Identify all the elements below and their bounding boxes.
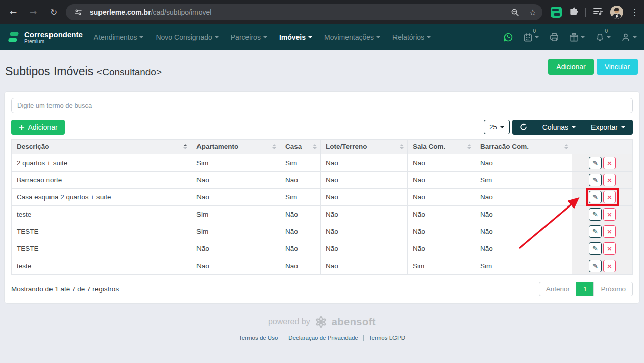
address-bar[interactable]: superleme.com.br/cad/subtipo/imovel ☆ [66,4,542,20]
delete-button[interactable]: × [603,225,616,238]
chevron-down-icon [500,126,504,128]
delete-button[interactable]: × [603,208,616,221]
chevron-down-icon [308,36,312,38]
edit-button[interactable]: ✎ [589,157,602,169]
menu-movimentacoes[interactable]: Movimentações [324,33,380,41]
app-navbar: Correspondente Premium Atendimentos Novo… [0,24,644,50]
table-cell: Sim [191,154,280,171]
whatsapp-icon[interactable] [503,32,513,42]
column-header-descricao[interactable]: Descrição [12,139,191,154]
pagination-page-1-button[interactable]: 1 [576,282,595,296]
chevron-down-icon [263,36,267,38]
edit-button[interactable]: ✎ [589,260,602,272]
browser-back-button[interactable]: ← [5,4,21,20]
navbar-icons: 0 0 [503,32,637,42]
delete-button[interactable]: × [603,260,616,272]
menu-imoveis[interactable]: Imóveis [279,33,312,41]
link-termos-lgpd[interactable]: Termos LGPD [369,335,405,341]
gift-icon[interactable] [569,33,585,42]
chevron-down-icon [215,36,219,38]
column-label: Casa [285,143,302,150]
printer-icon[interactable] [549,32,559,42]
footer-divider [283,335,283,341]
column-header-casa[interactable]: Casa [280,139,321,154]
table-cell: Não [408,223,475,240]
column-header-apartamento[interactable]: Apartamento [191,139,280,154]
column-header-sala-com[interactable]: Sala Com. [408,139,475,154]
pagination-next-button[interactable]: Próximo [593,282,633,296]
pagination-previous-button[interactable]: Anterior [539,282,577,296]
menu-atendimentos[interactable]: Atendimentos [94,33,144,41]
actions-cell: ✎× [572,223,633,240]
brand-subtitle: Premium [24,39,83,44]
column-header-lote-terreno[interactable]: Lote/Terreno [321,139,408,154]
link-termos-de-uso[interactable]: Termos de Uso [239,335,278,341]
table-row: testeSimNãoNãoNãoNão✎× [12,205,633,223]
table-cell: Não [321,205,408,223]
brand-name: Correspondente [24,31,83,38]
table-cell: Não [408,188,475,205]
notifications-badge: 0 [605,28,608,34]
table-cell: teste [12,257,191,274]
adicionar-button[interactable]: Adicionar [548,59,593,75]
export-dropdown[interactable]: Exportar [583,120,633,135]
table-row: 2 quartos + suiteSimSimNãoNãoNão✎× [12,154,633,171]
table-header-row: Descrição Apartamento Casa Lote/Terreno … [12,139,633,154]
edit-button[interactable]: ✎ [589,191,602,203]
delete-button[interactable]: × [603,191,616,203]
page-size-dropdown[interactable]: 25 [484,120,509,134]
user-account-icon[interactable] [621,32,637,42]
table-cell: Não [408,171,475,188]
search-input[interactable] [11,98,633,113]
page-actions: Adicionar Vincular [548,57,638,75]
browser-forward-button[interactable]: → [25,4,41,20]
table-cell: Não [280,240,321,257]
menu-label: Imóveis [279,33,306,41]
delete-button[interactable]: × [603,174,616,186]
browser-reload-button[interactable]: ↻ [45,4,62,20]
page-title-text: Subtipos Imóveis [5,65,93,78]
chevron-down-icon [607,36,611,38]
refresh-button[interactable] [512,120,535,135]
records-summary: Mostrando de 1 até 7 de 7 registros [11,285,119,293]
superleme-extension-icon[interactable] [551,7,562,18]
vincular-button[interactable]: Vincular [597,59,638,75]
chevron-down-icon [427,36,431,38]
site-info-icon[interactable] [72,6,85,19]
brand-text: Correspondente Premium [24,31,83,44]
sort-icon [313,144,317,149]
browser-menu-icon[interactable]: ⋮ [630,7,639,17]
zoom-out-icon[interactable] [508,6,521,19]
powered-by-text: powered by [268,317,310,326]
edit-button[interactable]: ✎ [589,225,602,238]
delete-button[interactable]: × [603,242,616,255]
column-label: Descrição [17,143,49,150]
notifications-bell-icon[interactable]: 0 [595,33,611,42]
abensoft-brand-text: abensoft [332,316,376,328]
edit-button[interactable]: ✎ [589,208,602,221]
chevron-down-icon [581,36,585,38]
menu-parceiros[interactable]: Parceiros [231,33,267,41]
columns-dropdown[interactable]: Colunas [535,120,583,135]
delete-button[interactable]: × [603,157,616,169]
table-cell: Não [321,240,408,257]
extensions-puzzle-icon[interactable] [569,7,578,18]
edit-button[interactable]: ✎ [589,174,602,186]
brand-logo[interactable]: Correspondente Premium [7,30,83,45]
menu-relatorios[interactable]: Relatórios [392,33,431,41]
link-declaracao-privacidade[interactable]: Declaração de Privacidade [288,335,358,341]
calendar-icon[interactable]: 0 [523,33,539,42]
edit-button[interactable]: ✎ [589,242,602,255]
sort-icon [467,144,471,149]
add-record-button[interactable]: + Adicionar [11,120,65,135]
menu-novo-consignado[interactable]: Novo Consignado [156,33,218,41]
bookmark-star-icon[interactable]: ☆ [526,6,539,19]
table-cell: Não [280,257,321,274]
export-label: Exportar [591,123,618,131]
profile-avatar[interactable] [610,6,623,19]
actions-cell: ✎× [572,257,633,274]
column-header-barracao-com[interactable]: Barracão Com. [475,139,572,154]
media-controls-icon[interactable] [593,7,603,18]
table-cell: Não [321,257,408,274]
page-title: Subtipos Imóveis<Consultando> [5,65,162,78]
